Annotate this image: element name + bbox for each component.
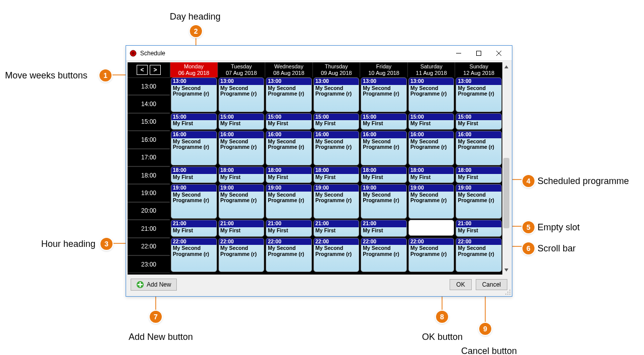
svg-rect-2 xyxy=(477,51,481,55)
scheduled-programme[interactable]: 21:00My First xyxy=(219,220,265,236)
empty-slot[interactable] xyxy=(408,220,455,235)
scheduled-programme[interactable]: 15:00My First xyxy=(266,113,312,130)
scheduled-programme[interactable]: 22:00My Second Programme (r) xyxy=(408,238,455,273)
prev-week-button[interactable]: < xyxy=(137,65,148,75)
resize-grip-icon[interactable] xyxy=(505,289,511,295)
programme-time: 18:00 xyxy=(171,167,217,174)
programme-title: My First xyxy=(456,227,501,234)
titlebar[interactable]: Schedule xyxy=(126,46,512,61)
scheduled-programme[interactable]: 15:00My First xyxy=(408,113,455,130)
scheduled-programme[interactable]: 16:00My Second Programme (r) xyxy=(313,131,360,165)
cancel-button[interactable]: Cancel xyxy=(476,279,507,290)
scheduled-programme[interactable]: 13:00My Second Programme (r) xyxy=(361,77,407,112)
day-heading[interactable]: Friday10 Aug 2018 xyxy=(360,62,407,77)
scheduled-programme[interactable]: 15:00My First xyxy=(313,113,360,130)
scheduled-programme[interactable]: 16:00My Second Programme (r) xyxy=(361,131,407,165)
programme-time: 19:00 xyxy=(171,185,217,192)
programme-title: My Second Programme (r) xyxy=(266,138,311,151)
scheduled-programme[interactable]: 18:00My First xyxy=(456,166,502,183)
programme-title: My First xyxy=(219,227,264,234)
scheduled-programme[interactable]: 13:00My Second Programme (r) xyxy=(408,77,455,112)
next-week-button[interactable]: > xyxy=(150,65,161,75)
scheduled-programme[interactable]: 19:00My Second Programme (r) xyxy=(456,184,502,219)
scheduled-programme[interactable]: 15:00My First xyxy=(456,113,502,130)
programme-title: My Second Programme (r) xyxy=(219,85,264,98)
schedule-grid: < > Monday06 Aug 2018Tuesday07 Aug 2018W… xyxy=(128,62,502,275)
scheduled-programme[interactable]: 19:00My Second Programme (r) xyxy=(171,184,217,219)
scheduled-programme[interactable]: 13:00My Second Programme (r) xyxy=(219,77,265,112)
scheduled-programme[interactable]: 16:00My Second Programme (r) xyxy=(456,131,502,165)
scheduled-programme[interactable]: 19:00My Second Programme (r) xyxy=(219,184,265,219)
programme-time: 16:00 xyxy=(219,131,264,138)
minimize-button[interactable] xyxy=(449,47,469,60)
scheduled-programme[interactable]: 18:00My First xyxy=(171,166,217,183)
scheduled-programme[interactable]: 22:00My Second Programme (r) xyxy=(313,238,360,273)
programme-time: 15:00 xyxy=(361,114,406,121)
maximize-button[interactable] xyxy=(469,47,489,60)
svg-point-7 xyxy=(509,294,510,295)
annotation-bubble: 8 xyxy=(436,311,448,323)
scheduled-programme[interactable]: 18:00My First xyxy=(266,166,312,183)
day-heading[interactable]: Wednesday08 Aug 2018 xyxy=(265,62,312,77)
programme-title: My First xyxy=(314,120,359,127)
app-icon xyxy=(129,49,137,57)
scheduled-programme[interactable]: 18:00My First xyxy=(313,166,360,183)
programme-time: 13:00 xyxy=(314,78,359,85)
scheduled-programme[interactable]: 18:00My First xyxy=(219,166,265,183)
day-column: 13:00My Second Programme (r)15:00My Firs… xyxy=(407,77,455,275)
scheduled-programme[interactable]: 21:00My First xyxy=(361,220,407,236)
programme-time: 21:00 xyxy=(456,220,501,227)
scheduled-programme[interactable]: 21:00My First xyxy=(313,220,360,236)
scheduled-programme[interactable]: 15:00My First xyxy=(171,113,217,130)
day-name: Thursday xyxy=(313,63,360,70)
scheduled-programme[interactable]: 19:00My Second Programme (r) xyxy=(408,184,455,219)
scheduled-programme[interactable]: 21:00My First xyxy=(171,220,217,236)
scheduled-programme[interactable]: 22:00My Second Programme (r) xyxy=(266,238,312,273)
programme-time: 15:00 xyxy=(409,114,454,121)
day-name: Wednesday xyxy=(265,63,312,70)
scheduled-programme[interactable]: 13:00My Second Programme (r) xyxy=(313,77,360,112)
day-heading[interactable]: Saturday11 Aug 2018 xyxy=(407,62,455,77)
programme-time: 13:00 xyxy=(266,78,311,85)
scheduled-programme[interactable]: 21:00My First xyxy=(266,220,312,236)
programme-title: My Second Programme (r) xyxy=(219,245,264,257)
add-new-button[interactable]: Add New xyxy=(131,279,177,291)
day-heading[interactable]: Monday06 Aug 2018 xyxy=(170,62,218,77)
scheduled-programme[interactable]: 16:00My Second Programme (r) xyxy=(171,131,217,165)
scheduled-programme[interactable]: 16:00My Second Programme (r) xyxy=(266,131,312,165)
scheduled-programme[interactable]: 22:00My Second Programme (r) xyxy=(171,238,217,273)
scheduled-programme[interactable]: 22:00My Second Programme (r) xyxy=(219,238,265,273)
day-name: Saturday xyxy=(408,63,455,70)
close-button[interactable] xyxy=(489,47,509,60)
ok-button[interactable]: OK xyxy=(450,279,471,290)
scheduled-programme[interactable]: 16:00My Second Programme (r) xyxy=(219,131,265,165)
scheduled-programme[interactable]: 22:00My Second Programme (r) xyxy=(456,238,502,273)
programme-time: 15:00 xyxy=(171,114,217,121)
scroll-thumb[interactable] xyxy=(503,158,509,228)
scheduled-programme[interactable]: 18:00My First xyxy=(408,166,455,183)
scheduled-programme[interactable]: 13:00My Second Programme (r) xyxy=(266,77,312,112)
annotation-bubble: 2 xyxy=(190,25,202,37)
programme-time: 15:00 xyxy=(219,114,264,121)
scheduled-programme[interactable]: 19:00My Second Programme (r) xyxy=(361,184,407,219)
programme-time: 22:00 xyxy=(171,238,217,245)
day-heading[interactable]: Thursday09 Aug 2018 xyxy=(312,62,360,77)
scheduled-programme[interactable]: 22:00My Second Programme (r) xyxy=(361,238,407,273)
scheduled-programme[interactable]: 15:00My First xyxy=(219,113,265,130)
scheduled-programme[interactable]: 13:00My Second Programme (r) xyxy=(456,77,502,112)
scheduled-programme[interactable]: 18:00My First xyxy=(361,166,407,183)
scheduled-programme[interactable]: 15:00My First xyxy=(361,113,407,130)
scrollbar[interactable] xyxy=(502,62,510,275)
scheduled-programme[interactable]: 13:00My Second Programme (r) xyxy=(171,77,217,112)
day-heading[interactable]: Sunday12 Aug 2018 xyxy=(455,62,502,77)
annotation-label: Move weeks buttons xyxy=(5,70,87,81)
scroll-up-button[interactable] xyxy=(502,62,510,71)
scheduled-programme[interactable]: 19:00My Second Programme (r) xyxy=(266,184,312,219)
programme-title: My Second Programme (r) xyxy=(456,138,501,151)
scroll-down-button[interactable] xyxy=(502,265,510,275)
scheduled-programme[interactable]: 16:00My Second Programme (r) xyxy=(408,131,455,165)
day-heading[interactable]: Tuesday07 Aug 2018 xyxy=(218,62,265,77)
scheduled-programme[interactable]: 21:00My First xyxy=(456,220,502,236)
programme-title: My Second Programme (r) xyxy=(361,192,406,204)
scheduled-programme[interactable]: 19:00My Second Programme (r) xyxy=(313,184,360,219)
